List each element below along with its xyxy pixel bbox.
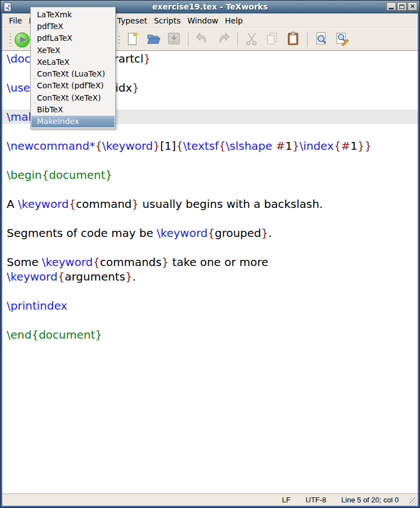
find-replace-icon xyxy=(335,31,350,48)
code-token: # xyxy=(341,139,351,153)
find-button[interactable] xyxy=(313,31,331,49)
typeset-option-bibtex[interactable]: BibTeX xyxy=(31,103,115,115)
code-token: \newcommand* xyxy=(7,139,95,153)
new-file-button[interactable] xyxy=(124,31,141,49)
editor-line-14[interactable] xyxy=(2,240,418,255)
code-token: \slshape xyxy=(226,139,272,153)
menu-item-file[interactable]: File xyxy=(6,15,25,27)
maximize-icon xyxy=(399,4,404,9)
code-token: \keyword xyxy=(42,255,93,269)
typeset-option-makeindex[interactable]: MakeIndex xyxy=(31,116,115,127)
code-token: [1] xyxy=(160,139,176,153)
minimize-icon xyxy=(389,8,394,10)
code-token: Segments of code may be xyxy=(7,226,157,240)
code-token: { xyxy=(69,197,76,211)
code-token: } xyxy=(292,139,300,153)
editor-line-11[interactable]: A \keyword{command} usually begins with … xyxy=(2,197,418,211)
toolbar-separator xyxy=(237,32,238,47)
cut-button[interactable] xyxy=(243,31,261,49)
code-token: { xyxy=(58,270,65,283)
close-button[interactable]: ✕ xyxy=(408,2,417,11)
code-token: Some xyxy=(7,255,42,269)
paste-button[interactable] xyxy=(284,31,302,49)
typeset-option-context-luatex[interactable]: ConTeXt (LuaTeX) xyxy=(31,68,115,79)
copy-button[interactable] xyxy=(263,31,281,49)
code-token: { xyxy=(176,139,183,153)
code-token: } xyxy=(261,226,268,240)
statusbar: LF UTF-8 Line 5 of 20; col 0 xyxy=(2,493,418,506)
code-token: } xyxy=(162,255,169,269)
menu-item-help[interactable]: Help xyxy=(221,15,246,27)
redo-icon xyxy=(216,31,230,48)
code-token: } xyxy=(357,139,365,153)
close-icon: ✕ xyxy=(410,3,415,10)
code-token: \keyword xyxy=(18,197,69,211)
undo-icon xyxy=(195,31,210,48)
maximize-button[interactable] xyxy=(397,2,407,11)
typeset-option-pdftex[interactable]: pdfTeX xyxy=(31,20,115,32)
resize-grip[interactable] xyxy=(409,497,417,505)
code-token: \begin{document} xyxy=(7,168,112,182)
minimize-button[interactable] xyxy=(386,2,396,11)
menu-item-window[interactable]: Window xyxy=(184,15,221,27)
find-replace-button[interactable] xyxy=(333,31,351,49)
code-token: } xyxy=(153,139,161,153)
typeset-option-pdflatex[interactable]: pdfLaTeX xyxy=(31,32,115,44)
typeset-option-context-pdftex[interactable]: ConTeXt (pdfTeX) xyxy=(31,80,115,92)
editor-line-17[interactable] xyxy=(2,284,418,298)
code-token: \keyword xyxy=(7,270,58,283)
code-token: A xyxy=(7,197,18,211)
code-token: } xyxy=(365,139,372,153)
editor-line-10[interactable] xyxy=(2,182,418,197)
typeset-option-xelatex[interactable]: XeLaTeX xyxy=(31,56,115,68)
editor-line-8[interactable] xyxy=(2,153,418,168)
code-token: } xyxy=(132,81,139,94)
typeset-option-latexmk[interactable]: LaTeXmk xyxy=(31,8,115,20)
code-token: usually begins with a backslash. xyxy=(139,197,323,211)
code-token: . xyxy=(268,226,272,240)
menu-item-scripts[interactable]: Scripts xyxy=(150,15,184,27)
open-file-button[interactable] xyxy=(144,31,162,49)
editor-line-7[interactable]: \newcommand*{\keyword}[1]{\textsf{\slsha… xyxy=(2,139,418,153)
copy-icon xyxy=(265,31,280,48)
typeset-option-xetex[interactable]: XeTeX xyxy=(31,44,115,56)
code-token: { xyxy=(93,255,100,269)
editor-line-20[interactable]: \end{document} xyxy=(2,327,418,342)
code-token: take one or more xyxy=(169,255,268,269)
new-file-icon xyxy=(125,31,140,48)
editor-line-13[interactable]: Segments of code may be \keyword{grouped… xyxy=(2,226,418,240)
editor-line-15[interactable]: Some \keyword{commands} take one or more xyxy=(2,255,418,269)
editor-line-16[interactable]: \keyword{arguments}. xyxy=(2,269,418,284)
line-ending-indicator: LF xyxy=(282,496,290,504)
code-token: { xyxy=(334,139,341,153)
cursor-position-indicator: Line 5 of 20; col 0 xyxy=(341,496,399,504)
typeset-button[interactable] xyxy=(15,32,30,48)
editor-line-18[interactable]: \printindex xyxy=(2,298,418,313)
editor-line-19[interactable] xyxy=(2,313,418,327)
code-token: { xyxy=(95,139,102,153)
code-token: grouped xyxy=(215,226,261,240)
menu-item-typeset[interactable]: Typeset xyxy=(114,15,151,27)
paste-icon xyxy=(286,31,300,48)
code-token: \keyword xyxy=(157,226,207,240)
code-token: arguments xyxy=(65,270,125,283)
editor-line-12[interactable] xyxy=(2,211,418,226)
undo-button[interactable] xyxy=(194,31,211,49)
save-file-icon xyxy=(167,31,181,48)
redo-button[interactable] xyxy=(214,31,232,49)
editor-line-9[interactable]: \begin{document} xyxy=(2,168,418,182)
code-token: \textsf xyxy=(183,139,219,153)
save-file-button[interactable] xyxy=(165,31,183,49)
toolbar-drag-handle[interactable] xyxy=(9,33,12,46)
encoding-indicator: UTF-8 xyxy=(306,496,327,504)
code-token: { xyxy=(219,139,226,153)
typeset-option-context-xetex[interactable]: ConTeXt (XeTeX) xyxy=(31,92,115,103)
code-token: command xyxy=(76,197,132,211)
toolbar-separator xyxy=(188,32,188,47)
toolbar-separator xyxy=(307,32,308,47)
toolbar-drag-handle[interactable] xyxy=(118,33,121,46)
code-token: \keyword xyxy=(102,139,153,153)
code-token: } xyxy=(125,270,133,283)
find-icon xyxy=(314,31,329,48)
code-token: } xyxy=(144,52,151,65)
